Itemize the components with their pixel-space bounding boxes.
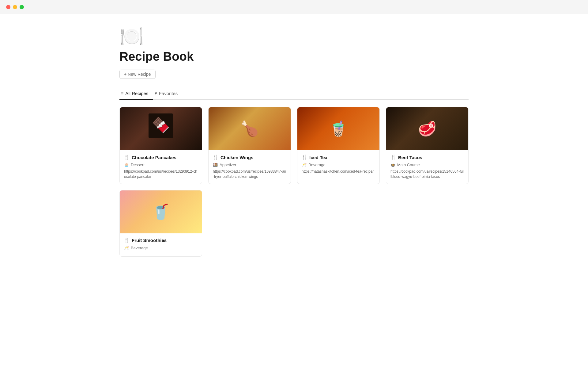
recipe-name: 🍴 Beef Tacos (390, 155, 464, 160)
recipe-url: https://natashaskitchen.com/iced-tea-rec… (302, 169, 375, 174)
recipe-url: https://cookpad.com/us/recipes/16933847-… (213, 169, 286, 179)
recipe-name: 🍴 Chicken Wings (213, 155, 286, 160)
tab-all-recipes-label: All Recipes (125, 91, 148, 96)
recipe-image-chocolate-pancakes (120, 107, 202, 150)
recipe-card-body: 🍴 Beef Tacos 🍲 Main Course https://cookp… (386, 150, 468, 184)
category-icon: 🥂 (302, 163, 307, 167)
recipe-name: 🍴 Chocolate Pancakes (124, 155, 198, 160)
recipe-name: 🍴 Fruit Smoothies (124, 238, 198, 243)
main-content: 🍽️ Recipe Book + New Recipe ≡ All Recipe… (95, 14, 493, 269)
fork-knife-icon: 🍴 (124, 155, 130, 160)
fork-knife-icon: 🍴 (213, 155, 219, 160)
tabs-container: ≡ All Recipes ♥ Favorites (119, 87, 469, 100)
recipe-card-body: 🍴 Chocolate Pancakes 🧁 Dessert https://c… (120, 150, 202, 184)
category-icon: 🍲 (390, 163, 395, 167)
recipe-category: 🥂 Beverage (124, 246, 198, 250)
recipe-card-body: 🍴 Iced Tea 🥂 Beverage https://natashaski… (297, 150, 379, 178)
new-recipe-button[interactable]: + New Recipe (119, 70, 156, 79)
recipe-category: 🧁 Dessert (124, 163, 198, 167)
tab-all-recipes[interactable]: ≡ All Recipes (119, 87, 153, 100)
recipe-image-iced-tea: 🧋 (297, 107, 379, 150)
fork-knife-icon: 🍴 (390, 155, 396, 160)
recipe-image-beef-tacos: 🥩 (386, 107, 468, 150)
fork-knife-icon: 🍴 (302, 155, 307, 160)
recipe-grid: 🍴 Chocolate Pancakes 🧁 Dessert https://c… (119, 107, 469, 257)
recipe-name: 🍴 Iced Tea (302, 155, 375, 160)
recipe-card-beef-tacos[interactable]: 🥩 🍴 Beef Tacos 🍲 Main Course https://coo… (386, 107, 469, 184)
maximize-button[interactable] (20, 5, 24, 9)
titlebar (0, 0, 588, 14)
recipe-category: 🥂 Beverage (302, 163, 375, 167)
close-button[interactable] (6, 5, 10, 9)
page-icon: 🍽️ (119, 26, 469, 46)
recipe-card-body: 🍴 Chicken Wings 🍱 Appetizer https://cook… (209, 150, 291, 184)
recipe-category: 🍲 Main Course (390, 163, 464, 167)
category-icon: 🍱 (213, 163, 218, 167)
page-title: Recipe Book (119, 50, 469, 63)
recipe-card-fruit-smoothies[interactable]: 🥤 🍴 Fruit Smoothies 🥂 Beverage (119, 190, 202, 257)
recipe-category: 🍱 Appetizer (213, 163, 286, 167)
recipe-image-chicken-wings: 🍗 (209, 107, 291, 150)
recipe-image-fruit-smoothies: 🥤 (120, 190, 202, 233)
recipe-url: https://cookpad.com/us/recipes/15146564-… (390, 169, 464, 179)
recipe-url: https://cookpad.com/us/recipes/13293912-… (124, 169, 198, 179)
recipe-card-iced-tea[interactable]: 🧋 🍴 Iced Tea 🥂 Beverage https://natashas… (297, 107, 380, 184)
heart-icon: ♥ (154, 91, 157, 96)
recipe-card-body: 🍴 Fruit Smoothies 🥂 Beverage (120, 233, 202, 256)
minimize-button[interactable] (13, 5, 17, 9)
recipe-card-chocolate-pancakes[interactable]: 🍴 Chocolate Pancakes 🧁 Dessert https://c… (119, 107, 202, 184)
list-icon: ≡ (121, 90, 123, 96)
fork-knife-icon: 🍴 (124, 238, 130, 243)
category-icon: 🧁 (124, 163, 129, 167)
tab-favorites-label: Favorites (159, 91, 178, 96)
recipe-card-chicken-wings[interactable]: 🍗 🍴 Chicken Wings 🍱 Appetizer https://co… (208, 107, 291, 184)
tab-favorites[interactable]: ♥ Favorites (153, 87, 183, 100)
category-icon: 🥂 (124, 246, 129, 250)
